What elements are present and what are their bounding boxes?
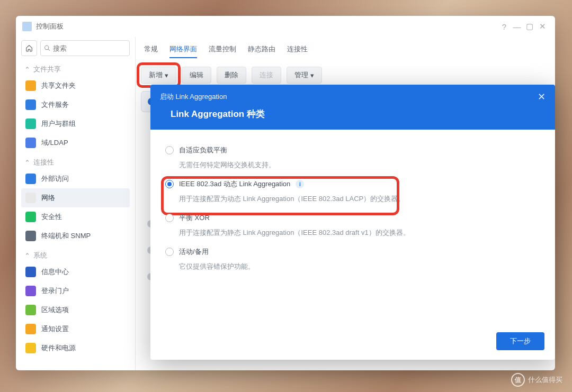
sidebar-item-icon (25, 138, 36, 148)
option-title: IEEE 802.3ad 动态 Link Aggregation (179, 179, 290, 189)
sidebar-item-label: 登录门户 (41, 286, 69, 296)
option-title: 活动/备用 (179, 247, 209, 257)
link-aggregation-modal: 启动 Link Aggregation ✕ Link Aggregation 种… (150, 85, 555, 360)
modal-footer: 下一步 (150, 325, 555, 360)
svg-point-0 (45, 45, 49, 49)
sidebar-item-label: 用户与群组 (41, 119, 76, 129)
sidebar-item-icon (25, 193, 36, 203)
option-desc: 无需任何特定网络交换机支持。 (179, 160, 540, 170)
sidebar-item-label: 通知设置 (41, 324, 69, 334)
minimize-button[interactable]: — (511, 22, 523, 31)
sidebar-item[interactable]: 网络 (21, 188, 130, 207)
sidebar-item[interactable]: 登录门户 (21, 281, 130, 300)
sidebar-item-label: 终端机和 SNMP (41, 231, 91, 241)
sidebar-item-icon (25, 305, 36, 315)
chevron-down-icon: ▾ (165, 71, 168, 79)
tab[interactable]: 网络界面 (169, 44, 197, 58)
app-icon (22, 22, 32, 31)
sidebar-item-label: 区域选项 (41, 305, 69, 315)
modal-body: 自适应负载平衡无需任何特定网络交换机支持。IEEE 802.3ad 动态 Lin… (150, 130, 555, 325)
watermark: 值 什么值得买 (511, 373, 562, 387)
search-input-wrap[interactable] (40, 40, 130, 56)
aggregation-option[interactable]: IEEE 802.3ad 动态 Link Aggregation i用于连接配置… (165, 179, 540, 204)
radio-button[interactable] (165, 214, 174, 222)
sidebar-item-label: 硬件和电源 (41, 343, 76, 353)
sidebar-item-icon (25, 286, 36, 296)
chevron-up-icon: ⌃ (24, 66, 30, 74)
sidebar: ⌃文件共享共享文件夹文件服务用户与群组域/LDAP⌃连接性外部访问网络安全性终端… (16, 37, 136, 370)
manage-button[interactable]: 管理 ▾ (287, 67, 322, 84)
sidebar-item-icon (25, 80, 36, 91)
sidebar-item-label: 网络 (41, 193, 55, 203)
sidebar-item[interactable]: 安全性 (21, 207, 130, 226)
option-desc: 用于连接配置为动态 Link Aggregation（IEEE 802.3ad … (179, 194, 540, 204)
option-desc: 用于连接配置为静态 Link Aggregation（IEEE 802.3ad … (179, 228, 540, 238)
sidebar-item[interactable]: 用户与群组 (21, 114, 130, 133)
modal-breadcrumb: 启动 Link Aggregation (160, 92, 227, 102)
sidebar-item-icon (25, 231, 36, 241)
option-title: 平衡 XOR (179, 213, 210, 223)
svg-line-1 (48, 49, 50, 51)
chevron-down-icon: ▾ (310, 71, 314, 79)
option-desc: 它仅提供容错保护功能。 (179, 262, 540, 271)
sidebar-item-label: 外部访问 (41, 174, 69, 184)
sidebar-item-icon (25, 343, 36, 353)
sidebar-item[interactable]: 信息中心 (21, 262, 130, 281)
info-icon[interactable]: i (296, 180, 304, 188)
option-title: 自适应负载平衡 (179, 145, 227, 155)
tabs: 常规网络界面流量控制静态路由连接性 (141, 41, 543, 65)
titlebar: 控制面板 ? — ▢ ✕ (16, 16, 555, 37)
tab[interactable]: 常规 (144, 44, 158, 58)
sidebar-item-icon (25, 267, 36, 277)
edit-button[interactable]: 编辑 (182, 67, 211, 84)
watermark-badge: 值 (511, 373, 525, 387)
maximize-button[interactable]: ▢ (523, 22, 536, 31)
sidebar-item-icon (25, 324, 36, 334)
sidebar-item-label: 共享文件夹 (41, 81, 76, 90)
sidebar-group-header[interactable]: ⌃文件共享 (21, 59, 130, 76)
modal-title: Link Aggregation 种类 (160, 108, 546, 120)
search-input[interactable] (53, 44, 126, 52)
sidebar-item[interactable]: 外部访问 (21, 169, 130, 188)
search-icon (44, 44, 51, 52)
sidebar-item[interactable]: 文件服务 (21, 95, 130, 114)
sidebar-item-icon (25, 174, 36, 184)
delete-button[interactable]: 删除 (217, 67, 246, 84)
radio-button[interactable] (165, 248, 174, 256)
tab[interactable]: 静态路由 (248, 44, 275, 58)
modal-close-button[interactable]: ✕ (538, 91, 546, 103)
radio-button[interactable] (165, 146, 174, 154)
next-button[interactable]: 下一步 (496, 332, 544, 350)
tab[interactable]: 连接性 (287, 44, 308, 58)
sidebar-item-icon (25, 212, 36, 222)
aggregation-option[interactable]: 平衡 XOR用于连接配置为静态 Link Aggregation（IEEE 80… (165, 213, 540, 238)
sidebar-item-label: 域/LDAP (41, 138, 68, 148)
tab[interactable]: 流量控制 (209, 44, 236, 58)
sidebar-group-header[interactable]: ⌃系统 (21, 245, 130, 262)
close-button[interactable]: ✕ (536, 22, 549, 31)
sidebar-item-icon (25, 118, 36, 129)
sidebar-item[interactable]: 硬件和电源 (21, 339, 130, 358)
sidebar-item[interactable]: 区域选项 (21, 300, 130, 320)
aggregation-option[interactable]: 活动/备用它仅提供容错保护功能。 (165, 247, 540, 271)
sidebar-item[interactable]: 域/LDAP (21, 133, 130, 152)
help-button[interactable]: ? (498, 22, 511, 31)
home-button[interactable] (21, 40, 37, 56)
add-button[interactable]: 新增 ▾ (141, 67, 176, 84)
modal-header: 启动 Link Aggregation ✕ Link Aggregation 种… (150, 85, 555, 130)
sidebar-item[interactable]: 终端机和 SNMP (21, 226, 130, 245)
connect-button[interactable]: 连接 (252, 67, 281, 84)
sidebar-item-label: 安全性 (41, 212, 62, 222)
chevron-up-icon: ⌃ (24, 252, 30, 260)
radio-button[interactable] (165, 180, 174, 188)
sidebar-item-icon (25, 99, 36, 110)
sidebar-item[interactable]: 通知设置 (21, 320, 130, 339)
watermark-text: 什么值得买 (528, 375, 562, 385)
sidebar-item[interactable]: 共享文件夹 (21, 76, 130, 95)
window-title: 控制面板 (36, 22, 64, 31)
chevron-up-icon: ⌃ (24, 159, 30, 167)
aggregation-option[interactable]: 自适应负载平衡无需任何特定网络交换机支持。 (165, 145, 540, 170)
sidebar-group-header[interactable]: ⌃连接性 (21, 152, 130, 169)
toolbar: 新增 ▾ 编辑 删除 连接 管理 ▾ (141, 67, 543, 84)
sidebar-item-label: 文件服务 (41, 100, 69, 110)
